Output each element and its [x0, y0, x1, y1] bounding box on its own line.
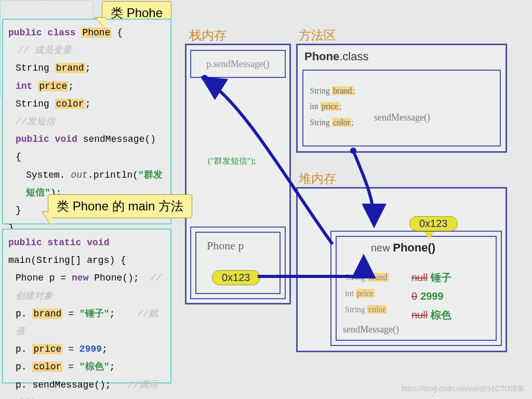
- method-area-sendmessage: sendMessage(): [374, 112, 430, 123]
- callout-tail: [43, 212, 52, 227]
- callout-tail: [96, 18, 106, 29]
- stack-frame-sendmessage: p.sendMessage(): [190, 50, 286, 78]
- stack-address: 0x123: [212, 270, 260, 285]
- label-heap: 堆内存: [299, 170, 336, 187]
- heap-values: null锤子 02999 null棕色: [411, 268, 451, 324]
- code-class-phone: public class Phone { // 成员变量 String bran…: [2, 19, 171, 224]
- stack-var-p: Phone p: [207, 239, 244, 252]
- callout-main-label: 类 Phone 的 main 方法: [48, 194, 192, 218]
- label-stack: 栈内存: [189, 27, 227, 44]
- method-area-fields: String brand; int price; String color;: [310, 83, 355, 130]
- watermark: https://blog.csdn.net/wei@51CTO博客: [402, 384, 525, 394]
- heap-sendmessage: sendMessage(): [343, 324, 399, 335]
- method-area-classname: Phone.class: [304, 50, 368, 63]
- heap-new-phone: new Phone(): [371, 241, 435, 255]
- heap-address: 0x123: [409, 216, 458, 231]
- stack-println-text: ("群发短信");: [208, 156, 256, 167]
- callout-tail: [424, 232, 434, 239]
- label-method-area: 方法区: [299, 27, 336, 44]
- heap-fields: String brand int price String color: [345, 269, 389, 318]
- code-main-method: public static void main(String[] args) {…: [2, 229, 171, 383]
